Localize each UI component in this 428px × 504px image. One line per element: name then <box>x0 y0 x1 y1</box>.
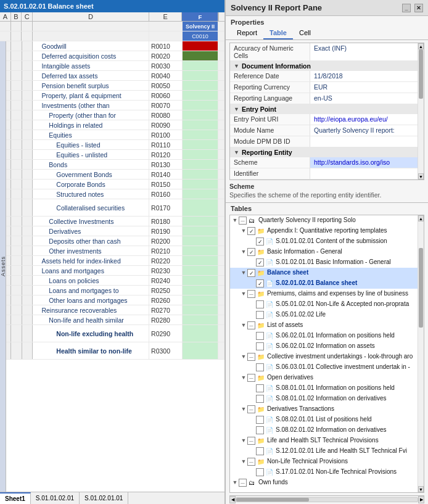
tab-table[interactable]: Table <box>263 27 293 39</box>
list-item[interactable]: 📄 S.17.01.02.01 Non-Life Technical Provi… <box>230 467 418 477</box>
list-item[interactable]: ▼ ✓ 📁 Basic Information - General <box>230 247 418 257</box>
tree-scroll-thumb[interactable] <box>419 248 423 328</box>
tree-checkbox[interactable] <box>256 342 264 350</box>
cell-value[interactable] <box>183 101 219 110</box>
h-scroll-right[interactable]: ▶ <box>418 496 424 503</box>
cell-value[interactable] <box>183 226 219 236</box>
table-row[interactable]: Reinsurance recoverables R0270 <box>0 305 224 315</box>
list-item[interactable]: 📄 S.12.01.02.01 Life and Health SLT Tech… <box>230 446 418 456</box>
table-row[interactable]: Holdings in related R0090 <box>0 120 224 130</box>
table-row[interactable]: Equities R0100 <box>0 130 224 140</box>
table-row[interactable]: Goodwill R0010 <box>0 41 224 51</box>
table-row[interactable]: Loans and mortgages R0230 <box>0 266 224 276</box>
list-item[interactable]: ▼ ─ 📁 Collective investment undertakings… <box>230 352 418 362</box>
tree-toggle[interactable]: ▼ <box>240 457 247 466</box>
tree-toggle[interactable]: ▼ <box>240 247 247 256</box>
list-item[interactable]: ▼ ✓ 📁 Appendix I: Quantitative reporting… <box>230 226 418 236</box>
cell-value[interactable] <box>183 41 219 51</box>
scroll-thumb[interactable] <box>419 49 423 99</box>
tree-checkbox[interactable]: ─ <box>239 217 247 225</box>
list-item[interactable]: 📄 S.06.02.01.02 Information on assets <box>230 341 418 352</box>
table-row[interactable]: Deferred tax assets R0040 <box>0 71 224 81</box>
close-button[interactable]: ✕ <box>414 4 423 12</box>
cell-value[interactable] <box>183 150 219 159</box>
table-row[interactable]: Deferred acquisition costs R0020 <box>0 51 224 61</box>
collapse-triangle[interactable]: ▼ <box>234 63 239 69</box>
cell-value[interactable] <box>183 120 219 130</box>
table-row[interactable]: Other loans and mortgages R0260 <box>0 295 224 305</box>
tree-checkbox[interactable]: ✓ <box>247 248 255 256</box>
tree-scroll-down[interactable]: ▼ <box>418 486 424 492</box>
cell-value[interactable] <box>183 295 219 305</box>
tree-checkbox[interactable]: ─ <box>247 374 255 382</box>
scroll-down-button[interactable]: ▼ <box>418 173 424 180</box>
table-row[interactable]: Corporate Bonds R0150 <box>0 180 224 189</box>
tree-checkbox[interactable]: ─ <box>247 437 255 445</box>
table-row[interactable]: Non-life excluding health R0290 <box>0 325 224 342</box>
scroll-up-button[interactable]: ▲ <box>418 43 424 49</box>
tree-checkbox[interactable] <box>256 300 264 308</box>
tree-checkbox[interactable]: ✓ <box>247 269 255 277</box>
tree-checkbox[interactable]: ─ <box>239 479 247 487</box>
tab-report[interactable]: Report <box>231 27 263 39</box>
list-item[interactable]: ▼ ─ 📁 Open derivatives <box>230 373 418 383</box>
table-row[interactable]: Intangible assets R0030 <box>0 61 224 71</box>
table-row[interactable]: Structured notes R0160 <box>0 189 224 199</box>
cell-value[interactable] <box>183 276 219 285</box>
cell-value[interactable] <box>183 315 219 324</box>
cell-value[interactable] <box>183 217 219 226</box>
tree-checkbox[interactable]: ✓ <box>256 279 264 287</box>
sheet-tab-s010201[interactable]: S.01.02.01.01 <box>80 492 128 504</box>
h-scroll-left[interactable]: ◀ <box>229 496 236 503</box>
list-item[interactable]: ▼ ─ 🗂 Own funds <box>230 477 418 488</box>
cell-value[interactable] <box>183 180 219 189</box>
tree-toggle[interactable]: ▼ <box>231 478 239 487</box>
cell-value[interactable] <box>183 236 219 246</box>
tree-checkbox[interactable] <box>256 384 264 392</box>
cell-value[interactable] <box>183 160 219 169</box>
tree-toggle[interactable]: ▼ <box>240 226 247 235</box>
minimize-button[interactable]: _ <box>402 4 411 12</box>
list-item[interactable]: ✓ 📄 S.02.01.02.01 Balance sheet <box>230 278 418 289</box>
list-item[interactable]: ▼ ─ 📁 Life and Health SLT Technical Prov… <box>230 436 418 446</box>
list-item[interactable]: 📄 S.08.01.01.02 Information on derivativ… <box>230 394 418 404</box>
collapse-triangle[interactable]: ▼ <box>234 149 239 155</box>
list-item[interactable]: 📄 S.08.02.01.01 List of positions held <box>230 415 418 425</box>
table-row[interactable]: Equities - unlisted R0120 <box>0 150 224 160</box>
cell-value[interactable] <box>183 81 219 90</box>
list-item[interactable]: ▼ ─ 📁 Premiums, claims and expenses by l… <box>230 289 418 299</box>
list-item[interactable]: 📄 S.05.01.02.01 Non-Life & Accepted non-… <box>230 299 418 310</box>
list-item[interactable]: ▼ ─ 📁 Non-Life Technical Provisions <box>230 456 418 467</box>
list-item[interactable]: 📄 S.06.03.01.01 Collective investment un… <box>230 362 418 373</box>
tree-checkbox[interactable] <box>256 426 264 434</box>
tree-checkbox[interactable]: ─ <box>247 290 255 298</box>
table-row[interactable]: Equities - listed R0110 <box>0 140 224 150</box>
tree-toggle[interactable]: ▼ <box>240 352 247 361</box>
sheet-tab-s010102[interactable]: S.01.01.02.01 <box>31 492 80 504</box>
tree-checkbox[interactable]: ─ <box>247 405 255 413</box>
table-row[interactable]: Collateralised securities R0170 <box>0 199 224 217</box>
table-row[interactable]: Property (other than for R0080 <box>0 110 224 120</box>
tree-checkbox[interactable] <box>256 395 264 403</box>
list-item[interactable]: 📄 S.08.01.01.01 Information on positions… <box>230 383 418 394</box>
tree-toggle[interactable]: ▼ <box>231 216 239 225</box>
list-item[interactable]: 📄 S.06.02.01.01 Information on positions… <box>230 331 418 341</box>
cell-value[interactable] <box>183 170 219 179</box>
tree-checkbox[interactable] <box>256 311 264 319</box>
h-scroll-thumb[interactable] <box>236 498 309 502</box>
tree-toggle[interactable]: ▼ <box>240 289 247 298</box>
cell-value[interactable] <box>183 246 219 255</box>
table-row[interactable]: Other investments R0210 <box>0 246 224 256</box>
cell-value[interactable] <box>183 325 219 342</box>
table-row[interactable]: Loans and mortgages to R0250 <box>0 286 224 295</box>
tree-checkbox[interactable] <box>256 468 264 476</box>
cell-value[interactable] <box>183 91 219 100</box>
cell-value[interactable] <box>183 286 219 295</box>
cell-value[interactable] <box>183 130 219 139</box>
tree-toggle[interactable]: ▼ <box>240 405 247 413</box>
tab-cell[interactable]: Cell <box>293 27 317 39</box>
sheet-tab-sheet1[interactable]: Sheet1 <box>0 492 31 504</box>
list-item[interactable]: 📄 S.05.01.02.02 Life <box>230 310 418 320</box>
cell-value[interactable] <box>183 342 219 359</box>
tree-toggle[interactable]: ▼ <box>240 268 247 277</box>
